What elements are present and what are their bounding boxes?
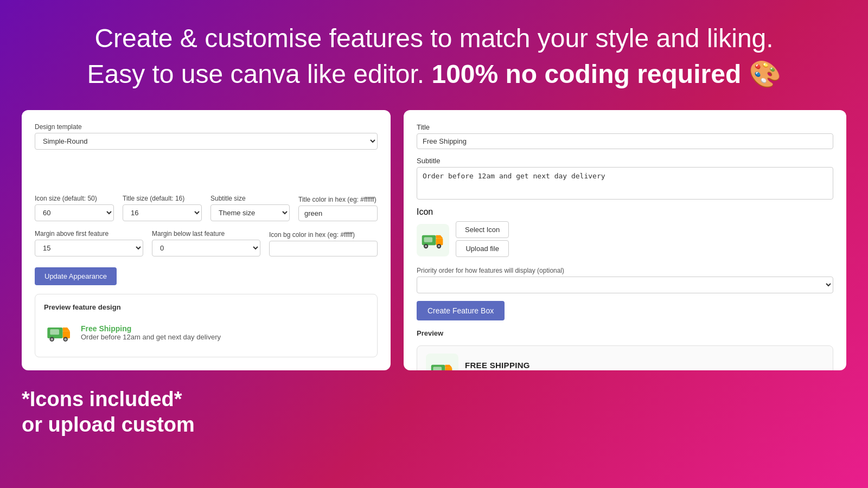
preview-truck-icon-wrapper bbox=[44, 318, 74, 348]
bottom-line2: or upload custom bbox=[22, 412, 846, 438]
update-appearance-button[interactable]: Update Appearance bbox=[35, 267, 117, 285]
preview-section-label: Preview feature design bbox=[44, 303, 368, 311]
icon-section: Icon Select Icon Upl bbox=[417, 207, 833, 259]
svg-rect-15 bbox=[424, 237, 432, 242]
svg-rect-17 bbox=[445, 368, 452, 370]
title-color-input[interactable]: green bbox=[298, 206, 378, 221]
margin-below-select[interactable]: 0 15 10 bbox=[152, 240, 260, 256]
select-icon-button[interactable]: Select Icon bbox=[456, 221, 509, 238]
preview-feature-title: Free Shipping bbox=[81, 324, 221, 333]
subtitle-size-label: Subtitle size bbox=[210, 195, 290, 202]
title-field-label: Title bbox=[417, 123, 833, 131]
svg-rect-7 bbox=[50, 329, 59, 335]
icon-bg-color-label: Icon bg color in hex (eg: #fffff) bbox=[269, 231, 378, 239]
title-size-group: Title size (default: 16) 16 14 18 bbox=[123, 195, 202, 221]
icon-size-label: Icon size (default: 50) bbox=[35, 195, 114, 202]
right-preview-truck-wrapper bbox=[426, 354, 458, 370]
svg-marker-2 bbox=[63, 328, 70, 331]
title-size-label: Title size (default: 16) bbox=[123, 195, 202, 202]
svg-rect-23 bbox=[433, 367, 442, 370]
icon-buttons-row: Select Icon Upload file bbox=[417, 221, 833, 259]
title-size-select[interactable]: 16 14 18 bbox=[123, 204, 202, 221]
svg-marker-18 bbox=[445, 365, 452, 368]
svg-point-4 bbox=[50, 338, 53, 341]
right-panel: Title Free Shipping Subtitle Order befor… bbox=[404, 110, 846, 370]
bottom-line1: *Icons included* bbox=[22, 387, 846, 413]
right-preview-title: FREE SHIPPING bbox=[465, 361, 594, 370]
icon-bg-color-input[interactable] bbox=[269, 241, 378, 256]
subtitle-size-select[interactable]: Theme size 12 14 bbox=[210, 204, 290, 221]
design-template-select[interactable]: Simple-Round Round Simple Minimal Bold bbox=[35, 133, 378, 150]
bottom-text-section: *Icons included* or upload custom bbox=[0, 370, 868, 438]
title-input[interactable]: Free Shipping bbox=[417, 133, 833, 149]
form-row-2: Margin above first feature 15 0 10 Margi… bbox=[35, 230, 378, 256]
subtitle-field-group: Subtitle Order before 12am and get next … bbox=[417, 157, 833, 200]
icon-section-label: Icon bbox=[417, 207, 833, 217]
svg-point-12 bbox=[425, 245, 427, 248]
margin-above-label: Margin above first feature bbox=[35, 230, 143, 237]
right-preview-label: Preview bbox=[417, 329, 443, 337]
left-preview-section: Preview feature design bbox=[35, 294, 378, 357]
preview-feature-item: Free Shipping Order before 12am and get … bbox=[44, 318, 368, 348]
right-preview-truck-icon bbox=[430, 357, 455, 370]
svg-point-14 bbox=[438, 245, 441, 248]
upload-file-button[interactable]: Upload file bbox=[456, 240, 509, 257]
create-feature-box-button[interactable]: Create Feature Box bbox=[417, 301, 505, 320]
margin-below-group: Margin below last feature 0 15 10 bbox=[152, 230, 260, 256]
priority-label: Priority order for how features will dis… bbox=[417, 267, 833, 274]
margin-below-label: Margin below last feature bbox=[152, 230, 260, 237]
preview-feature-text: Free Shipping Order before 12am and get … bbox=[81, 324, 221, 341]
right-preview-label-wrapper: Preview bbox=[417, 328, 833, 338]
icon-size-group: Icon size (default: 50) 60 50 40 bbox=[35, 195, 114, 221]
right-preview-text: FREE SHIPPING Order before 12am and get … bbox=[465, 361, 594, 370]
design-template-group: Design template Simple-Round Round Simpl… bbox=[35, 123, 378, 186]
subtitle-size-group: Subtitle size Theme size 12 14 bbox=[210, 195, 290, 221]
hero-line1: Create & customise features to match you… bbox=[43, 22, 825, 55]
priority-select[interactable]: 1 2 bbox=[417, 277, 833, 293]
icon-preview-box bbox=[417, 224, 449, 256]
title-color-label: Title color in hex (eg: #ffffff) bbox=[298, 196, 378, 203]
hero-line2-normal: Easy to use canva like editor. bbox=[87, 60, 431, 88]
design-template-label: Design template bbox=[35, 123, 378, 131]
margin-above-group: Margin above first feature 15 0 10 bbox=[35, 230, 143, 256]
priority-section: Priority order for how features will dis… bbox=[417, 267, 833, 293]
hero-line2: Easy to use canva like editor. 100% no c… bbox=[43, 57, 825, 91]
title-color-group: Title color in hex (eg: #ffffff) green bbox=[298, 196, 378, 221]
panels-row: Design template Simple-Round Round Simpl… bbox=[0, 110, 868, 370]
preview-feature-subtitle: Order before 12am and get next day deliv… bbox=[81, 333, 221, 341]
hero-section: Create & customise features to match you… bbox=[0, 0, 868, 105]
right-preview-box: FREE SHIPPING Order before 12am and get … bbox=[417, 345, 833, 370]
hero-emoji: 🎨 bbox=[741, 60, 781, 88]
svg-marker-10 bbox=[436, 235, 443, 239]
truck-icon bbox=[46, 319, 73, 346]
hero-line2-bold: 100% no coding required bbox=[431, 60, 741, 88]
icon-action-col: Select Icon Upload file bbox=[456, 221, 509, 259]
subtitle-field-label: Subtitle bbox=[417, 157, 833, 165]
icon-bg-color-group: Icon bg color in hex (eg: #fffff) bbox=[269, 231, 378, 256]
subtitle-textarea[interactable]: Order before 12am and get next day deliv… bbox=[417, 167, 833, 200]
title-field-group: Title Free Shipping bbox=[417, 123, 833, 149]
svg-point-6 bbox=[64, 338, 67, 341]
margin-above-select[interactable]: 15 0 10 bbox=[35, 240, 143, 256]
right-truck-icon bbox=[420, 228, 445, 253]
form-row-1: Icon size (default: 50) 60 50 40 Title s… bbox=[35, 195, 378, 221]
left-panel: Design template Simple-Round Round Simpl… bbox=[22, 110, 391, 370]
icon-size-select[interactable]: 60 50 40 bbox=[35, 204, 114, 221]
